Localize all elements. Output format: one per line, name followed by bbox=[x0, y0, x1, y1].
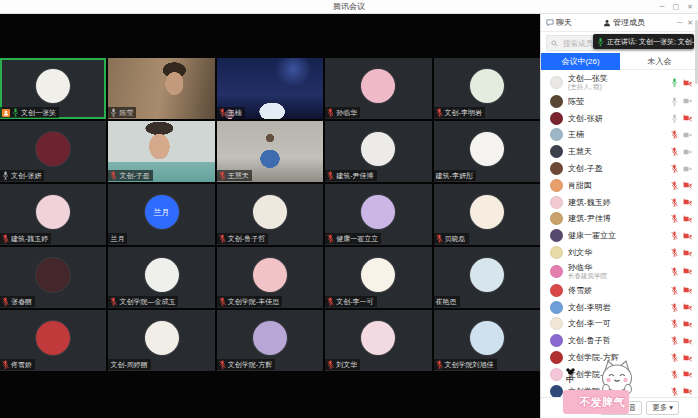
member-camera-icon[interactable] bbox=[683, 232, 692, 240]
video-tile[interactable]: 文创一张笑 bbox=[0, 58, 106, 119]
member-camera-icon[interactable] bbox=[683, 181, 692, 189]
member-row[interactable]: 肖甜囡 bbox=[541, 177, 698, 194]
member-camera-icon[interactable] bbox=[683, 354, 692, 362]
member-mic-icon[interactable] bbox=[671, 286, 678, 295]
member-mic-icon[interactable] bbox=[671, 214, 678, 223]
member-avatar bbox=[550, 265, 563, 278]
mic-status-icon bbox=[219, 234, 226, 243]
window-maximize-button[interactable]: ▢ bbox=[673, 3, 680, 10]
member-avatar bbox=[550, 95, 563, 108]
member-mic-icon[interactable] bbox=[671, 303, 678, 312]
member-mic-icon[interactable] bbox=[671, 78, 678, 87]
video-tile[interactable]: 文创-鲁子哲 bbox=[217, 184, 323, 245]
member-row[interactable]: 文创-鲁子哲 bbox=[541, 332, 698, 349]
member-mic-icon[interactable] bbox=[671, 114, 678, 123]
member-row[interactable]: 建筑-尹佳博 bbox=[541, 211, 698, 228]
member-camera-icon[interactable] bbox=[683, 267, 692, 275]
video-tile[interactable]: 文创学院-方辉 bbox=[217, 310, 323, 371]
desktop-sticker[interactable]: 不发脾气 bbox=[563, 360, 673, 416]
tab-in-meeting[interactable]: 会议中(26) bbox=[541, 53, 620, 70]
window-minimize-button[interactable]: ─ bbox=[660, 3, 665, 10]
member-mic-icon[interactable] bbox=[671, 267, 678, 276]
video-tile[interactable]: 健康一霍立立 bbox=[325, 184, 431, 245]
member-camera-icon[interactable] bbox=[683, 165, 692, 173]
member-row[interactable]: 王楠 bbox=[541, 127, 698, 144]
member-camera-icon[interactable] bbox=[683, 249, 692, 257]
member-camera-icon[interactable] bbox=[683, 131, 692, 139]
tab-manage-members[interactable]: 管理成员 bbox=[603, 17, 645, 28]
member-row[interactable]: 文创-张妍 bbox=[541, 110, 698, 127]
member-row[interactable]: 健康一霍立立 bbox=[541, 227, 698, 244]
video-tile[interactable]: 建筑-李妍彤 bbox=[434, 121, 540, 182]
video-tile[interactable]: 陈莹 bbox=[108, 58, 214, 119]
video-tile[interactable]: 文创学院刘旭佳 bbox=[434, 310, 540, 371]
member-camera-icon[interactable] bbox=[683, 337, 692, 345]
member-row[interactable]: 文创-李一可 bbox=[541, 316, 698, 333]
video-tile[interactable]: 崔艳恩 bbox=[434, 247, 540, 308]
video-tile[interactable]: 张春丽 bbox=[0, 247, 106, 308]
member-row[interactable]: 建筑-魏玉婷 bbox=[541, 194, 698, 211]
member-camera-icon[interactable] bbox=[683, 320, 692, 328]
member-row[interactable]: 王慧天 bbox=[541, 143, 698, 160]
member-camera-icon[interactable] bbox=[683, 286, 692, 294]
video-tile[interactable]: 建筑-尹佳博 bbox=[325, 121, 431, 182]
member-name: 肖甜囡 bbox=[568, 181, 671, 190]
mic-status-icon bbox=[327, 297, 334, 306]
member-mic-icon[interactable] bbox=[671, 164, 678, 173]
member-row[interactable]: 刘文华 bbox=[541, 244, 698, 261]
member-mic-icon[interactable] bbox=[671, 181, 678, 190]
video-tile[interactable]: 佟雪娇 bbox=[0, 310, 106, 371]
tab-chat[interactable]: 聊天 bbox=[546, 17, 572, 28]
video-tile[interactable]: 文创-李一可 bbox=[325, 247, 431, 308]
video-tile[interactable]: 文创-张妍 bbox=[0, 121, 106, 182]
video-tile[interactable]: 贝晓磊 bbox=[434, 184, 540, 245]
member-camera-icon[interactable] bbox=[683, 303, 692, 311]
video-tile[interactable]: 建筑-魏玉婷 bbox=[0, 184, 106, 245]
video-tile[interactable]: 王慧天 bbox=[217, 121, 323, 182]
member-row[interactable]: 孙临华 长春建筑学院 bbox=[541, 261, 698, 282]
member-row[interactable]: 陈莹 bbox=[541, 93, 698, 110]
window-close-button[interactable]: ✕ bbox=[687, 3, 693, 10]
member-camera-icon[interactable] bbox=[683, 148, 692, 156]
tab-not-joined[interactable]: 未入会 bbox=[620, 53, 698, 70]
participant-avatar bbox=[145, 258, 179, 292]
member-name: 文创-子盈 bbox=[568, 164, 671, 173]
participant-name: 文创学院刘旭佳 bbox=[445, 359, 494, 370]
member-mic-icon[interactable] bbox=[671, 231, 678, 240]
video-tile[interactable]: 兰月 兰月 bbox=[108, 184, 214, 245]
member-row[interactable]: 文创—张笑 (主持人, 我) bbox=[541, 72, 698, 93]
member-camera-icon[interactable] bbox=[683, 79, 692, 87]
video-tile[interactable]: 文创-李明岩 bbox=[434, 58, 540, 119]
video-tile[interactable]: 刘文华 bbox=[325, 310, 431, 371]
video-tile[interactable]: 文创学院—金成玉 bbox=[108, 247, 214, 308]
participant-name: 佟雪娇 bbox=[11, 359, 32, 370]
member-camera-icon[interactable] bbox=[683, 97, 692, 105]
member-avatar bbox=[550, 145, 563, 158]
video-tile[interactable]: 文创-周婷丽 bbox=[108, 310, 214, 371]
video-tile[interactable]: 孙临华 bbox=[325, 58, 431, 119]
panel-close-button[interactable]: ✕ bbox=[686, 19, 694, 27]
speaking-toast-text: 正在讲话: 文创一张笑; 文创-张... bbox=[607, 37, 694, 47]
member-mic-icon[interactable] bbox=[671, 97, 678, 106]
member-mic-icon[interactable] bbox=[671, 198, 678, 207]
video-tile[interactable]: 王楠 bbox=[217, 58, 323, 119]
member-row[interactable]: 文创-李明岩 bbox=[541, 299, 698, 316]
video-tile[interactable]: 文创学院-丰佳思 bbox=[217, 247, 323, 308]
member-camera-icon[interactable] bbox=[683, 215, 692, 223]
member-mic-icon[interactable] bbox=[671, 319, 678, 328]
member-row[interactable]: 佟雪娇 bbox=[541, 282, 698, 299]
tile-name-label: 佟雪娇 bbox=[0, 359, 35, 370]
member-mic-icon[interactable] bbox=[671, 130, 678, 139]
member-camera-icon[interactable] bbox=[683, 387, 692, 395]
member-camera-icon[interactable] bbox=[683, 114, 692, 122]
member-mic-icon[interactable] bbox=[671, 336, 678, 345]
participant-name: 文创-张妍 bbox=[11, 170, 41, 181]
ime-indicator[interactable]: 中 bbox=[564, 368, 576, 384]
member-camera-icon[interactable] bbox=[683, 370, 692, 378]
member-camera-icon[interactable] bbox=[683, 198, 692, 206]
member-mic-icon[interactable] bbox=[671, 147, 678, 156]
member-row[interactable]: 文创-子盈 bbox=[541, 160, 698, 177]
panel-minimize-button[interactable]: ─ bbox=[676, 19, 683, 26]
video-tile[interactable]: 文创-子盈 bbox=[108, 121, 214, 182]
member-mic-icon[interactable] bbox=[671, 248, 678, 257]
